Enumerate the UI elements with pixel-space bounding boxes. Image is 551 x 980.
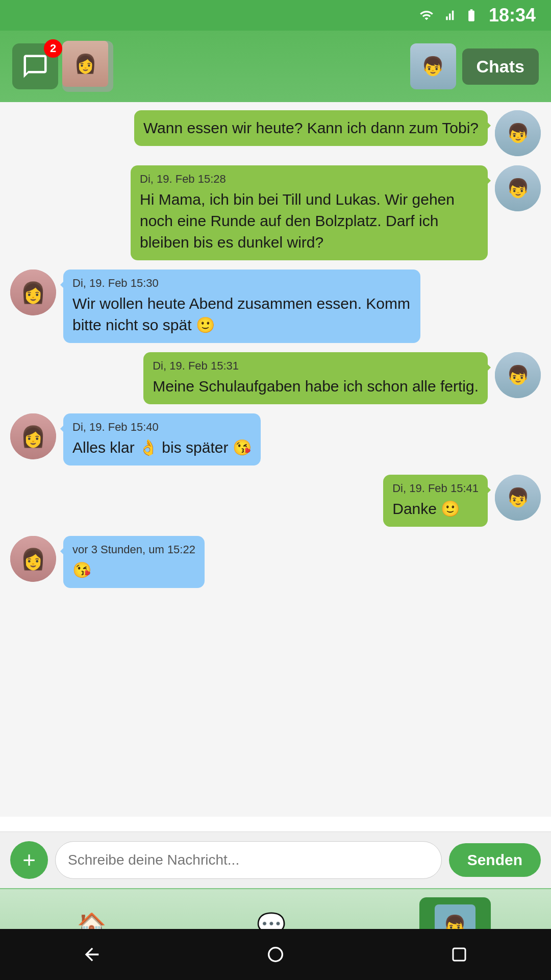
back-button[interactable] [77,944,107,965]
chat-area: 👦 Wann essen wir heute? Kann ich dann zu… [0,102,551,817]
status-icons [418,8,480,22]
header: 2 👩 👦 Chats [0,31,551,102]
table-row: 👦 Wann essen wir heute? Kann ich dann zu… [10,110,541,156]
bubble-partial: Wann essen wir heute? Kann ich dann zum … [134,110,488,146]
svg-rect-1 [453,948,465,961]
table-row: 👩 vor 3 Stunden, um 15:22 😘 [10,536,541,588]
message-time-4: Di, 19. Feb 15:31 [153,359,479,373]
message-text-7: 😘 [72,559,195,581]
home-button[interactable] [260,944,291,965]
message-text-3: Wir wollen heute Abend zusammen essen. K… [72,293,411,336]
message-bubble-7: vor 3 Stunden, um 15:22 😘 [63,536,205,588]
header-avatar-mom: 👩 [62,41,113,92]
table-row: 👦 Di, 19. Feb 15:41 Danke 🙂 [10,475,541,527]
message-text: Wann essen wir heute? Kann ich dann zum … [143,119,479,136]
message-input[interactable] [55,841,442,879]
message-bubble-6: Di, 19. Feb 15:41 Danke 🙂 [383,475,488,527]
message-text-5: Alles klar 👌 bis später 😘 [72,437,252,458]
message-time-5: Di, 19. Feb 15:40 [72,421,252,434]
message-bubble-3: Di, 19. Feb 15:30 Wir wollen heute Abend… [63,270,420,343]
avatar-boy: 👦 [495,110,541,156]
back-icon [82,944,102,965]
recent-button[interactable] [444,944,474,965]
battery-icon [463,8,480,22]
message-time-2: Di, 19. Feb 15:28 [140,173,479,186]
message-time-6: Di, 19. Feb 15:41 [392,482,479,495]
avatar-boy-6: 👦 [495,475,541,521]
avatar-mom-5: 👩 [10,413,56,459]
message-bubble-5: Di, 19. Feb 15:40 Alles klar 👌 bis späte… [63,413,261,465]
signal-icon [441,8,457,22]
chats-button[interactable]: Chats [462,48,539,85]
notification-badge: 2 [44,39,62,58]
table-row: 👦 Di, 19. Feb 15:28 Hi Mama, ich bin bei… [10,165,541,260]
message-text-2: Hi Mama, ich bin bei Till und Lukas. Wir… [140,189,479,253]
header-left: 2 👩 [12,41,113,92]
status-bar: 18:34 [0,0,551,31]
avatar-boy-4: 👦 [495,352,541,398]
add-button[interactable]: + [10,841,48,879]
avatar-mom-3: 👩 [10,270,56,315]
message-text-4: Meine Schulaufgaben habe ich schon alle … [153,376,479,397]
home-icon [265,944,286,965]
message-text-6: Danke 🙂 [392,498,479,520]
header-avatar-boy: 👦 [410,43,456,89]
message-bubble-2: Di, 19. Feb 15:28 Hi Mama, ich bin bei T… [131,165,488,260]
message-icon [21,53,49,80]
status-time: 18:34 [489,5,536,26]
notification-icon[interactable]: 2 [12,43,58,89]
message-time-7: vor 3 Stunden, um 15:22 [72,543,195,556]
table-row: 👦 Di, 19. Feb 15:31 Meine Schulaufgaben … [10,352,541,404]
input-bar: + Senden [0,831,551,888]
svg-point-0 [269,948,283,962]
message-time-3: Di, 19. Feb 15:30 [72,277,411,290]
send-button[interactable]: Senden [449,843,541,877]
avatar-boy-2: 👦 [495,165,541,211]
android-nav [0,929,551,980]
recent-icon [450,945,468,964]
header-right: 👦 Chats [410,43,539,89]
wifi-icon [418,8,435,22]
message-bubble-4: Di, 19. Feb 15:31 Meine Schulaufgaben ha… [143,352,488,404]
table-row: 👩 Di, 19. Feb 15:30 Wir wollen heute Abe… [10,270,541,343]
avatar-mom-7: 👩 [10,536,56,582]
table-row: 👩 Di, 19. Feb 15:40 Alles klar 👌 bis spä… [10,413,541,465]
